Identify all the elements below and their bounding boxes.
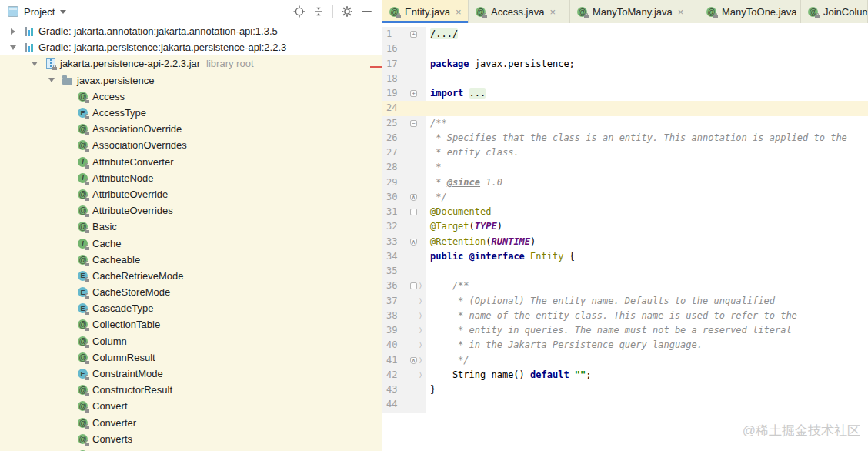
code-line-40[interactable]: 40〉 * in the Jakarta Persistence query l… — [382, 338, 868, 352]
code-line-1[interactable]: 1+/.../ — [382, 27, 868, 42]
tree-item-constraintmode[interactable]: EConstraintMode — [0, 366, 382, 382]
gradle-lib-icon — [23, 42, 35, 53]
toolbar-separator — [332, 5, 333, 18]
chevron-down-icon[interactable] — [60, 10, 66, 14]
tree-item-gradle-jakarta-annotation-jakarta-annotation-api-1-3-5[interactable]: Gradle: jakarta.annotation:jakarta.annot… — [0, 23, 382, 39]
code-line-27[interactable]: 27 * entity class. — [382, 145, 868, 160]
tree-item-attributeoverrides[interactable]: @AttributeOverrides — [0, 202, 382, 219]
code-line-39[interactable]: 39〉 * entity in queries. The name must n… — [382, 323, 868, 338]
token-cmt: */ — [430, 192, 447, 202]
code-line-44[interactable]: 44 — [382, 397, 868, 412]
code-line-19[interactable]: 19+import ... — [382, 86, 868, 101]
token-str: "" — [575, 369, 586, 380]
code-line-36[interactable]: 36−〉 /** — [382, 279, 868, 293]
tree-item-jakarta-persistence-api-2-2-3-jar[interactable]: jakarta.persistence-api-2.2.3.jarlibrary… — [0, 55, 382, 72]
ann-icon: @ — [77, 221, 88, 232]
tree-item-convert[interactable]: @Convert — [0, 398, 382, 414]
tree-item-column[interactable]: @Column — [0, 333, 382, 349]
tree-item-attributeoverride[interactable]: @AttributeOverride — [0, 186, 382, 202]
tab-joincolumn-jav[interactable]: @JoinColumn.jav — [801, 0, 868, 23]
tree-item-columnresult[interactable]: @ColumnResult — [0, 349, 382, 366]
tree-item-access[interactable]: @Access — [0, 89, 382, 105]
tree-item-cache[interactable]: ICache — [0, 235, 382, 251]
tree-item-cacheable[interactable]: @Cacheable — [0, 252, 382, 268]
doc-render-chevron-icon[interactable]: 〉 — [419, 323, 422, 338]
code-line-24[interactable]: 24 — [382, 101, 868, 115]
close-icon[interactable]: × — [549, 7, 556, 17]
code-line-30[interactable]: 30∧ */ — [382, 190, 868, 205]
tree-item-partial[interactable]: @ — [0, 447, 382, 451]
project-tree[interactable]: Gradle: jakarta.annotation:jakarta.annot… — [0, 23, 382, 451]
chevron-collapsed-icon[interactable] — [11, 28, 23, 35]
tree-item-gradle-jakarta-persistence-jakarta-persistence-api-2-2-3[interactable]: Gradle: jakarta.persistence:jakarta.pers… — [0, 39, 382, 55]
doc-render-chevron-icon[interactable]: 〉 — [419, 309, 422, 323]
code-line-33[interactable]: 33∧@Retention(RUNTIME) — [382, 235, 868, 249]
tree-item-constructorresult[interactable]: @ConstructorResult — [0, 382, 382, 398]
code-line-28[interactable]: 28 * — [382, 160, 868, 175]
tab-access-java[interactable]: @Access.java× — [469, 0, 570, 23]
tree-item-javax-persistence[interactable]: javax.persistence — [0, 72, 382, 89]
fold-minus-icon[interactable]: − — [410, 282, 417, 289]
tree-item-collectiontable[interactable]: @CollectionTable — [0, 316, 382, 332]
tree-item-accesstype[interactable]: EAccessType — [0, 105, 382, 121]
locate-file-button[interactable] — [292, 4, 307, 19]
tree-item-attributenode[interactable]: IAttributeNode — [0, 170, 382, 186]
tree-item-cachestoremode[interactable]: ECacheStoreMode — [0, 284, 382, 300]
fold-end-icon[interactable]: ∧ — [410, 357, 417, 364]
code-line-38[interactable]: 38〉 * name of the entity class. This nam… — [382, 309, 868, 323]
settings-button[interactable] — [339, 4, 355, 19]
code-line-16[interactable]: 16 — [382, 42, 868, 56]
lock-badge-icon — [85, 165, 89, 169]
doc-render-chevron-icon[interactable]: 〉 — [419, 294, 422, 309]
line-number: 24 — [382, 101, 426, 115]
code-line-29[interactable]: 29 * @since 1.0 — [382, 175, 868, 190]
tab-manytoone-java[interactable]: @ManyToOne.java× — [699, 0, 801, 23]
code-line-32[interactable]: 32@Target(TYPE) — [382, 219, 868, 234]
chevron-expanded-icon[interactable] — [32, 62, 45, 66]
collapse-all-button[interactable] — [311, 4, 326, 19]
tree-item-label: AssociationOverride — [92, 123, 182, 135]
fold-plus-icon[interactable]: + — [410, 31, 417, 38]
tree-item-label: Gradle: jakarta.annotation:jakarta.annot… — [38, 25, 278, 37]
fold-plus-icon[interactable]: + — [410, 90, 417, 97]
fold-end-icon[interactable]: ∧ — [410, 194, 417, 201]
close-icon[interactable]: × — [456, 7, 462, 17]
library-bars — [25, 27, 33, 36]
doc-render-chevron-icon[interactable]: 〉 — [419, 338, 422, 352]
tree-item-converter[interactable]: @Converter — [0, 415, 382, 431]
code-line-26[interactable]: 26 * Specifies that the class is an enti… — [382, 131, 868, 145]
tab-manytomany-java[interactable]: @ManyToMany.java× — [570, 0, 699, 23]
tree-item-basic[interactable]: @Basic — [0, 219, 382, 235]
bar — [28, 46, 30, 52]
tab-entity-java[interactable]: @Entity.java× — [382, 0, 469, 23]
code-line-17[interactable]: 17package javax.persistence; — [382, 57, 868, 72]
code-line-42[interactable]: 42〉 String name() default ""; — [382, 368, 868, 383]
code-line-35[interactable]: 35 — [382, 264, 868, 279]
fold-end-icon[interactable]: ∧ — [410, 239, 417, 246]
code-line-43[interactable]: 43} — [382, 383, 868, 397]
doc-render-chevron-icon[interactable]: 〉 — [419, 279, 422, 293]
doc-render-chevron-icon[interactable]: 〉 — [419, 353, 422, 368]
fold-minus-icon[interactable]: − — [410, 120, 417, 127]
tree-item-converts[interactable]: @Converts — [0, 431, 382, 447]
chevron-expanded-icon[interactable] — [49, 78, 62, 82]
code-line-34[interactable]: 34public @interface Entity { — [382, 249, 868, 264]
tree-item-associationoverride[interactable]: @AssociationOverride — [0, 121, 382, 137]
tree-item-cacheretrievemode[interactable]: ECacheRetrieveMode — [0, 268, 382, 284]
hide-panel-button[interactable] — [359, 4, 374, 19]
code-line-37[interactable]: 37〉 * (Optional) The entity name. Defaul… — [382, 294, 868, 309]
chevron-expanded-icon[interactable] — [11, 45, 23, 50]
code-line-18[interactable]: 18 — [382, 72, 868, 86]
code-line-31[interactable]: 31−@Documented — [382, 205, 868, 219]
doc-render-chevron-icon[interactable]: 〉 — [419, 368, 422, 383]
fold-minus-icon[interactable]: − — [410, 209, 417, 215]
code-line-25[interactable]: 25−/** — [382, 116, 868, 131]
close-icon[interactable]: × — [678, 7, 684, 17]
code-editor[interactable]: 1+/.../1617package javax.persistence;181… — [382, 23, 868, 451]
code-line-41[interactable]: 41∧〉 */ — [382, 353, 868, 368]
tree-item-attributeconverter[interactable]: IAttributeConverter — [0, 154, 382, 170]
tree-item-cascadetype[interactable]: ECascadeType — [0, 300, 382, 316]
triangle — [10, 45, 16, 50]
project-panel-title: Project — [24, 6, 55, 18]
tree-item-associationoverrides[interactable]: @AssociationOverrides — [0, 137, 382, 153]
